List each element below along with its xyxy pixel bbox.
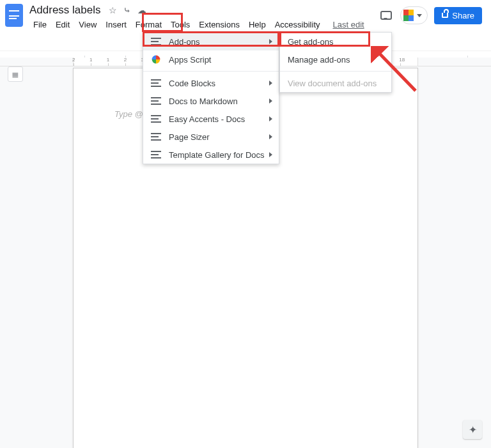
extension-icon: [151, 132, 161, 142]
meet-button[interactable]: [400, 6, 428, 24]
label: Template Gallery for Docs: [169, 150, 265, 160]
label: Code Blocks: [169, 79, 215, 88]
ext-item-template-gallery[interactable]: Template Gallery for Docs: [143, 146, 279, 164]
chevron-right-icon: [269, 134, 272, 139]
chevron-right-icon: [269, 152, 272, 157]
menu-view[interactable]: View: [75, 18, 100, 50]
label: View document add-ons: [288, 79, 377, 88]
sub-item-get-addons[interactable]: Get add-ons: [280, 33, 391, 50]
share-label: Share: [452, 11, 474, 20]
comments-icon[interactable]: [378, 8, 394, 23]
tick: 2: [72, 58, 75, 63]
docs-logo-icon[interactable]: [5, 4, 23, 27]
menu-file[interactable]: File: [29, 18, 51, 50]
chevron-right-icon: [269, 98, 272, 104]
extension-icon: [151, 150, 161, 160]
star-icon[interactable]: ☆: [109, 5, 117, 15]
extension-icon: [151, 114, 161, 124]
extensions-dropdown: Add-ons Apps Script Code Blocks Docs to …: [143, 32, 279, 164]
move-icon[interactable]: ⤷: [123, 5, 131, 15]
tick: 18: [399, 58, 405, 63]
tick: 2: [124, 58, 127, 63]
document-title[interactable]: Address labels: [29, 4, 101, 17]
label: Add-ons: [169, 37, 199, 47]
meet-logo-icon: [403, 10, 415, 21]
ext-item-page-sizer[interactable]: Page Sizer: [143, 128, 279, 146]
extension-icon: [151, 96, 161, 106]
ext-item-easy-accents[interactable]: Easy Accents - Docs: [143, 110, 279, 128]
share-button[interactable]: Share: [434, 7, 482, 24]
ext-item-apps-script[interactable]: Apps Script: [143, 50, 279, 68]
separator: [143, 71, 279, 72]
addons-submenu: Get add-ons Manage add-ons View document…: [279, 32, 392, 93]
label: Manage add-ons: [288, 55, 350, 65]
cloud-status-icon[interactable]: ☁: [137, 5, 146, 15]
menu-edit[interactable]: Edit: [52, 18, 74, 50]
label: Page Sizer: [169, 132, 210, 142]
sub-item-manage-addons[interactable]: Manage add-ons: [280, 50, 391, 68]
explore-button[interactable]: ✦: [463, 420, 482, 439]
tick: 1: [107, 58, 109, 63]
separator: [280, 71, 391, 72]
addons-icon: [151, 36, 161, 47]
sub-item-view-doc-addons: View document add-ons: [280, 74, 391, 92]
label: Docs to Markdown: [169, 97, 238, 106]
ext-item-docs-markdown[interactable]: Docs to Markdown: [143, 92, 279, 110]
label: Apps Script: [169, 55, 211, 65]
chevron-right-icon: [269, 81, 272, 86]
chevron-right-icon: [269, 39, 272, 44]
ext-item-addons[interactable]: Add-ons: [143, 33, 279, 50]
chevron-down-icon: [417, 14, 422, 17]
menu-insert[interactable]: Insert: [102, 18, 130, 50]
ext-item-code-blocks[interactable]: Code Blocks: [143, 74, 279, 92]
apps-script-icon: [152, 56, 160, 64]
header-right: Share: [378, 4, 486, 24]
lock-icon: [442, 13, 448, 18]
tick: 1: [90, 58, 92, 63]
chevron-right-icon: [269, 116, 272, 121]
outline-toggle-icon[interactable]: ≣: [8, 66, 23, 82]
label: Easy Accents - Docs: [169, 114, 245, 124]
label: Get add-ons: [288, 37, 334, 47]
extension-icon: [151, 78, 161, 88]
